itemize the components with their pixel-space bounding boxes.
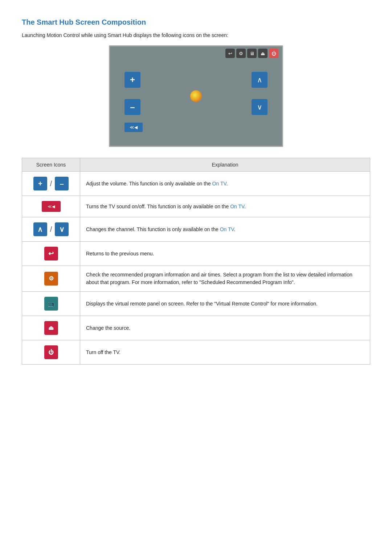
mute-box-icon: ≪◀ [42, 201, 61, 212]
tv-top-bar: ↩ ⚙ 🖥 ⏏ ⏻ [110, 46, 282, 60]
table-row: 📺 Displays the virtual remote panel on s… [22, 292, 370, 316]
table-row: ⚙ Check the recommended program informat… [22, 266, 370, 292]
tv-back-icon: ↩ [225, 49, 235, 58]
tv-cursor [189, 90, 203, 103]
on-tv-link-channel[interactable]: On TV [220, 226, 234, 232]
col-screen-icons: Screen Icons [22, 158, 80, 172]
explanation-volume: Adjust the volume. This function is only… [80, 172, 370, 196]
tv-vol-minus: – [124, 99, 140, 115]
source-icon: ⏏ [44, 321, 58, 335]
back-icon: ↩ [44, 247, 58, 260]
tv-recommend-icon: ⚙ [236, 49, 246, 58]
slash-divider-ch: / [50, 224, 52, 235]
icon-channel: ∧ / ∨ [22, 217, 80, 242]
icon-mute: ≪◀ [22, 196, 80, 217]
tv-mute: ≪◀ [124, 123, 143, 132]
explanation-mute: Turns the TV sound on/off. This function… [80, 196, 370, 217]
icon-volume: + / – [22, 172, 80, 196]
on-tv-link-mute[interactable]: On TV [230, 204, 244, 209]
icons-table: Screen Icons Explanation + / – Adjust th… [22, 158, 370, 365]
table-row: ↩ Returns to the previous menu. [22, 242, 370, 266]
minus-icon: – [55, 177, 69, 190]
icon-power: ⏻ [22, 340, 80, 365]
explanation-power: Turn off the TV. [80, 340, 370, 365]
tv-virtualremote-icon: 🖥 [247, 49, 257, 58]
icon-recommend: ⚙ [22, 266, 80, 292]
explanation-source: Change the source. [80, 316, 370, 340]
on-tv-link-volume[interactable]: On TV [212, 181, 226, 186]
icon-virtual-remote: 📺 [22, 292, 80, 316]
table-row: ⏻ Turn off the TV. [22, 340, 370, 365]
tv-power-icon: ⏻ [269, 49, 278, 58]
table-row: ⏏ Change the source. [22, 316, 370, 340]
table-row: ∧ / ∨ Changes the channel. This function… [22, 217, 370, 242]
tv-vol-plus: + [124, 72, 140, 88]
explanation-back: Returns to the previous menu. [80, 242, 370, 266]
explanation-virtual-remote: Displays the virtual remote panel on scr… [80, 292, 370, 316]
intro-text: Launching Motion Control while using Sma… [22, 32, 370, 38]
explanation-channel: Changes the channel. This function is on… [80, 217, 370, 242]
page-title: The Smart Hub Screen Composition [22, 18, 370, 26]
col-explanation: Explanation [80, 158, 370, 172]
tv-source-icon: ⏏ [258, 49, 268, 58]
slash-divider: / [50, 178, 52, 189]
icon-back: ↩ [22, 242, 80, 266]
recommend-icon: ⚙ [44, 272, 58, 286]
ch-down-icon: ∨ [55, 222, 69, 236]
table-row: ≪◀ Turns the TV sound on/off. This funct… [22, 196, 370, 217]
tv-ch-down: ∨ [252, 99, 268, 115]
tv-screen-diagram: ↩ ⚙ 🖥 ⏏ ⏻ + – ≪◀ ∧ ∨ [22, 45, 370, 147]
icon-source: ⏏ [22, 316, 80, 340]
tv-ch-up: ∧ [252, 72, 268, 88]
plus-icon: + [33, 177, 47, 190]
ch-up-icon: ∧ [33, 222, 47, 236]
virtual-remote-icon: 📺 [44, 297, 58, 311]
explanation-recommend: Check the recommended program informatio… [80, 266, 370, 292]
tv-screen: ↩ ⚙ 🖥 ⏏ ⏻ + – ≪◀ ∧ ∨ [109, 45, 283, 147]
table-row: + / – Adjust the volume. This function i… [22, 172, 370, 196]
power-icon: ⏻ [44, 345, 58, 359]
